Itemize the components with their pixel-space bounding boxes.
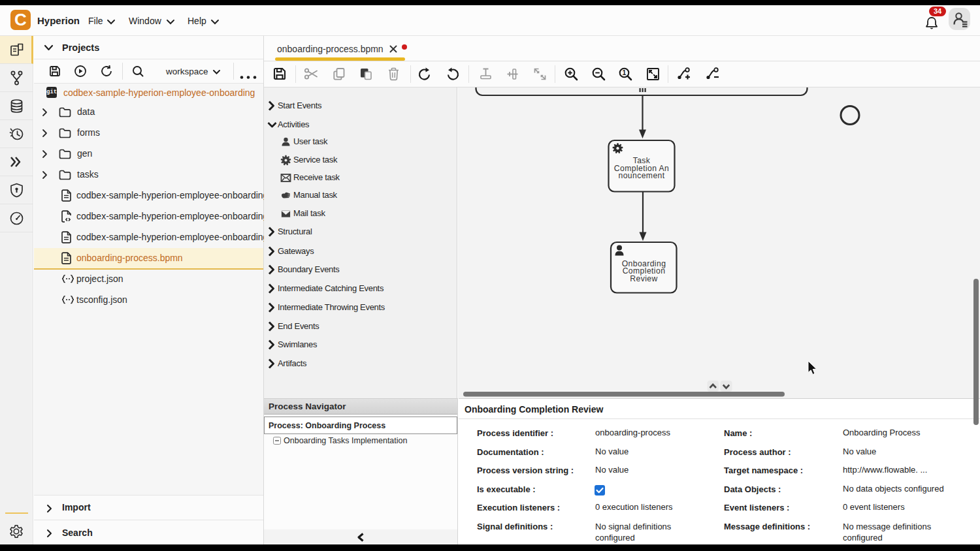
svg-text:Review: Review (630, 274, 657, 283)
svg-text:nouncement: nouncement (618, 171, 664, 180)
svg-text:C: C (14, 10, 27, 29)
svg-text:1: 1 (623, 69, 627, 76)
